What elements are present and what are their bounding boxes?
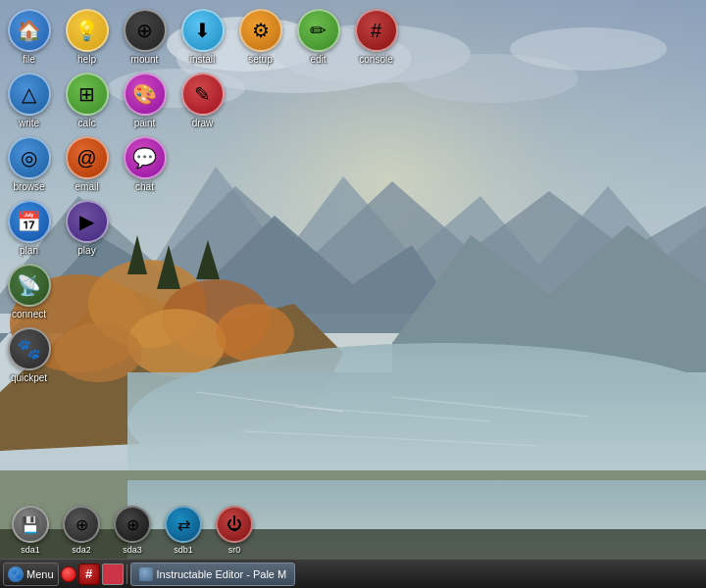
sr0-icon-circle: ⏻	[216, 506, 253, 543]
console-icon-circle: #	[355, 9, 398, 52]
icon-file-label: file	[23, 54, 35, 65]
icon-row-5: 📡 connect	[0, 260, 405, 323]
browse-icon-circle: ◎	[8, 136, 51, 179]
icon-connect-label: connect	[12, 309, 46, 319]
sdb1-label: sdb1	[174, 545, 193, 555]
icon-row-1: 🏠 file 💡 help ⊕ mount ⬇ install ⚙ setup …	[0, 5, 405, 69]
drive-sr0[interactable]: ⏻ sr0	[210, 506, 259, 555]
icon-file[interactable]: 🏠 file	[2, 9, 56, 65]
taskbar-hash-icon[interactable]: #	[78, 564, 100, 585]
icon-calc-label: calc	[78, 118, 96, 128]
icon-setup-label: setup	[248, 54, 272, 65]
sdb1-icon-circle: ⇄	[165, 506, 202, 543]
icon-row-6: 🐾 quickpet	[0, 323, 405, 387]
taskbar-window-instructable[interactable]: Instructable Editor - Pale M	[130, 563, 296, 586]
sda2-label: sda2	[72, 545, 91, 555]
mount-icon-circle: ⊕	[124, 9, 167, 52]
sda3-label: sda3	[123, 545, 142, 555]
icon-help-label: help	[77, 54, 96, 65]
drive-sda3[interactable]: ⊕ sda3	[108, 506, 157, 555]
calc-icon-circle: ⊞	[66, 73, 109, 116]
play-icon-circle: ▶	[66, 200, 109, 243]
sda1-icon-circle: 💾	[12, 506, 49, 543]
icon-calc[interactable]: ⊞ calc	[60, 73, 114, 128]
icon-chat[interactable]: 💬 chat	[118, 136, 172, 192]
icon-plan-label: plan	[20, 245, 38, 256]
icon-paint[interactable]: 🎨 paint	[118, 73, 172, 128]
icon-install[interactable]: ⬇ install	[176, 9, 229, 65]
sda2-icon-circle: ⊕	[63, 506, 100, 543]
sda3-icon-circle: ⊕	[114, 506, 151, 543]
install-icon-circle: ⬇	[181, 9, 225, 52]
paint-icon-circle: 🎨	[124, 73, 167, 116]
icon-write-label: write	[19, 118, 39, 128]
edit-icon-circle: ✏	[297, 9, 340, 52]
drives-area: 💾 sda1 ⊕ sda2 ⊕ sda3 ⇄ sdb1 ⏻ sr0	[0, 504, 265, 557]
icon-browse[interactable]: ◎ browse	[2, 136, 56, 192]
icon-row-3: ◎ browse @ email 💬 chat	[0, 132, 405, 196]
icon-connect[interactable]: 📡 connect	[2, 264, 56, 319]
draw-icon-circle: ✎	[181, 73, 225, 116]
taskbar: 🐾 Menu # Instructable Editor - Pale M	[0, 559, 706, 588]
icon-chat-label: chat	[135, 181, 154, 192]
chat-icon-circle: 💬	[124, 136, 167, 179]
drive-sdb1[interactable]: ⇄ sdb1	[159, 506, 208, 555]
menu-label: Menu	[26, 568, 54, 580]
drive-sda1[interactable]: 💾 sda1	[6, 506, 55, 555]
icon-quickpet-label: quickpet	[11, 372, 47, 383]
icon-setup[interactable]: ⚙ setup	[233, 9, 287, 65]
icon-mount[interactable]: ⊕ mount	[118, 9, 172, 65]
menu-puppy-icon: 🐾	[8, 566, 24, 582]
icon-row-2: △ write ⊞ calc 🎨 paint ✎ draw	[0, 69, 405, 132]
setup-icon-circle: ⚙	[239, 9, 282, 52]
icon-email[interactable]: @ email	[60, 136, 114, 192]
icon-help[interactable]: 💡 help	[60, 9, 114, 65]
icon-write[interactable]: △ write	[2, 73, 56, 128]
taskbar-close-button[interactable]	[61, 566, 76, 582]
desktop-icons-area: 🏠 file 💡 help ⊕ mount ⬇ install ⚙ setup …	[0, 0, 405, 392]
icon-edit[interactable]: ✏ edit	[291, 9, 345, 65]
icon-row-4: 📅 plan ▶ play	[0, 196, 405, 260]
taskbar-separator-1	[126, 564, 127, 584]
plan-icon-circle: 📅	[8, 200, 51, 243]
window-icon	[139, 567, 153, 581]
icon-edit-label: edit	[310, 54, 326, 65]
icon-console[interactable]: # console	[349, 9, 403, 65]
email-icon-circle: @	[66, 136, 109, 179]
icon-mount-label: mount	[131, 54, 159, 65]
icon-plan[interactable]: 📅 plan	[2, 200, 56, 256]
quickpet-icon-circle: 🐾	[8, 327, 51, 370]
help-icon-circle: 💡	[66, 9, 109, 52]
connect-icon-circle: 📡	[8, 264, 51, 307]
icon-draw[interactable]: ✎ draw	[176, 73, 229, 128]
file-icon-circle: 🏠	[8, 9, 51, 52]
icon-draw-label: draw	[192, 118, 214, 128]
drive-sda2[interactable]: ⊕ sda2	[57, 506, 106, 555]
icon-paint-label: paint	[134, 118, 156, 128]
desktop: 🏠 file 💡 help ⊕ mount ⬇ install ⚙ setup …	[0, 0, 706, 588]
icon-console-label: console	[359, 54, 392, 65]
icon-email-label: email	[76, 181, 99, 192]
svg-point-7	[510, 27, 667, 71]
sr0-label: sr0	[228, 545, 241, 555]
icon-browse-label: browse	[13, 181, 44, 192]
menu-button[interactable]: 🐾 Menu	[3, 563, 59, 586]
icon-play-label: play	[77, 245, 95, 256]
icon-quickpet[interactable]: 🐾 quickpet	[2, 327, 56, 383]
sda1-label: sda1	[21, 545, 40, 555]
window-title: Instructable Editor - Pale M	[157, 568, 287, 580]
taskbar-color-indicator[interactable]	[102, 564, 124, 585]
icon-play[interactable]: ▶ play	[60, 200, 114, 256]
icon-install-label: install	[190, 54, 216, 65]
write-icon-circle: △	[8, 73, 51, 116]
